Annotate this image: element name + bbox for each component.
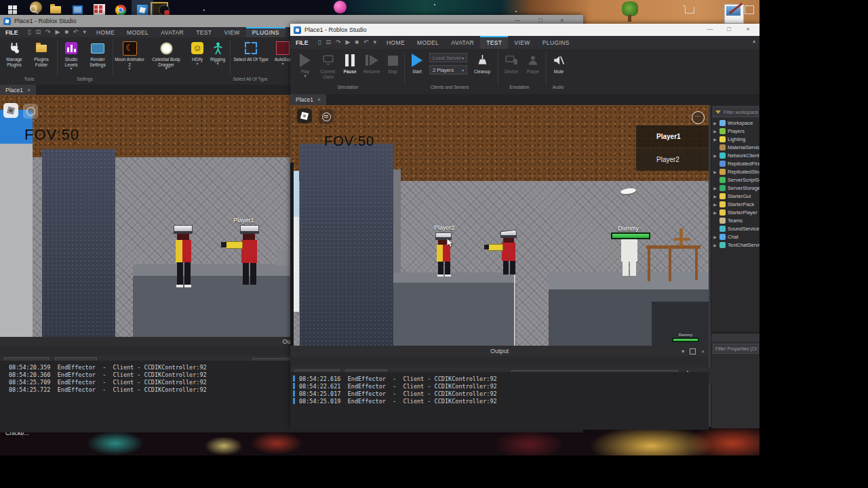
players-count-dropdown[interactable]: 2 Players▾	[429, 65, 467, 75]
roblox-menu-button[interactable]	[3, 103, 18, 118]
close-tab-icon[interactable]: ×	[317, 96, 321, 103]
tree-item-serverscriptservice[interactable]: ServerScriptService	[711, 176, 760, 184]
button-label: Celestial Body Dragger	[146, 57, 186, 67]
workspace-icon	[719, 120, 726, 126]
roblox-menu-button[interactable]	[297, 108, 312, 123]
close-panel-icon[interactable]: ×	[701, 348, 705, 354]
tree-item-startergui[interactable]: ▶StarterGui	[711, 192, 760, 200]
tab-test[interactable]: TEST	[190, 27, 218, 37]
float-panel-icon[interactable]	[690, 348, 696, 354]
tree-item-teams[interactable]: Teams	[711, 216, 760, 224]
tab-test[interactable]: TEST	[480, 36, 508, 49]
studio-levels-button[interactable]: Studio Levels ▾	[59, 39, 83, 70]
front-output-log[interactable]: 08:54:22.616 EndEffector - Client - CCDI…	[290, 372, 709, 430]
desktop-icon-painting[interactable]	[724, 4, 744, 24]
server-type-dropdown[interactable]: Local Server▾	[429, 53, 467, 62]
open-file-icon[interactable]: ⊡	[35, 29, 41, 35]
network-icon[interactable]	[685, 7, 694, 14]
play-icon[interactable]: ▶	[345, 39, 350, 45]
tab-plugins[interactable]: PLUGINS	[536, 36, 576, 49]
desktop-icon-tree[interactable]	[621, 1, 639, 22]
resume-button[interactable]: Resume	[361, 52, 382, 75]
file-menu[interactable]: FILE	[290, 36, 313, 49]
mute-button[interactable]: Mute	[549, 52, 569, 75]
render-settings-button[interactable]: Render Settings	[85, 39, 111, 67]
celestial-body-dragger-button[interactable]: Celestial Body Dragger ▾	[146, 39, 186, 70]
tree-item-textchatservice[interactable]: ▶TextChatService	[711, 241, 760, 249]
tab-home[interactable]: HOME	[90, 27, 121, 37]
current-client-button[interactable]: Current:Client	[317, 52, 339, 79]
tree-item-starterplayer[interactable]: ▶StarterPlayer	[711, 208, 760, 216]
doc-tab-place1[interactable]: Place1 ×	[0, 85, 36, 95]
play-icon	[300, 52, 311, 69]
tree-item-replicatedstorage[interactable]: ▶ReplicatedStorage	[711, 167, 760, 176]
rigging-button[interactable]: Rigging ▾	[208, 39, 228, 66]
pause-icon	[344, 52, 356, 69]
manage-plugins-button[interactable]: Manage Plugins	[1, 39, 27, 67]
front-output-titlebar[interactable]: Output ▾ ×	[290, 346, 709, 357]
tree-item-lighting[interactable]: ▶Lighting	[711, 135, 760, 143]
tab-plugins[interactable]: PLUGINS	[246, 27, 285, 37]
front-titlebar[interactable]: Place1 - Roblox Studio — □ ×	[290, 24, 760, 36]
play-icon[interactable]: ▶	[55, 29, 60, 35]
action-center-icon[interactable]	[745, 5, 754, 14]
tab-view[interactable]: VIEW	[218, 27, 245, 37]
star	[515, 11, 517, 12]
undo-icon[interactable]: ↶	[73, 29, 79, 35]
script-toggle-button[interactable]	[23, 104, 38, 119]
tab-avatar[interactable]: AVATAR	[445, 36, 480, 49]
new-file-icon[interactable]: ▯	[27, 29, 31, 35]
tree-item-workspace[interactable]: ▶Workspace	[711, 119, 760, 127]
tree-item-chat[interactable]: ▶Chat	[711, 232, 760, 241]
chevron-down-icon[interactable]: ▾	[83, 29, 86, 35]
tree-item-replicatedfirst[interactable]: ReplicatedFirst	[711, 159, 760, 167]
maximize-button[interactable]: □	[722, 25, 736, 34]
tab-avatar[interactable]: AVATAR	[155, 27, 190, 37]
redo-icon[interactable]: ↷	[45, 29, 51, 35]
minimize-button[interactable]: —	[703, 25, 717, 34]
close-tab-icon[interactable]: ×	[27, 87, 31, 94]
chevron-down-icon[interactable]: ▾	[682, 348, 684, 354]
script-toggle-button[interactable]	[319, 109, 334, 124]
redo-icon[interactable]: ↷	[336, 39, 341, 45]
tree-item-starterpack[interactable]: ▶StarterPack	[711, 200, 760, 208]
plugins-folder-button[interactable]: Plugins Folder	[28, 39, 54, 67]
roblox-more-menu-button[interactable]: ···	[692, 111, 705, 124]
explorer-panel: Filter workspace ▶Workspace ▶Players ▶Li…	[711, 105, 760, 332]
new-file-icon[interactable]: ▯	[317, 39, 321, 45]
stop-icon[interactable]: ■	[355, 39, 358, 45]
tab-model[interactable]: MODEL	[411, 36, 445, 49]
collapse-ribbon-icon[interactable]: ▴	[753, 38, 755, 44]
device-button[interactable]: Device	[501, 52, 521, 75]
file-menu[interactable]: FILE	[0, 27, 23, 37]
stop-icon[interactable]: ■	[64, 29, 68, 35]
stop-button[interactable]: Stop	[384, 52, 401, 75]
tree-item-serverstorage[interactable]: ▶ServerStorage	[711, 184, 760, 192]
close-button[interactable]: ×	[741, 25, 755, 34]
doc-tab-place1[interactable]: Place1 ×	[290, 94, 326, 105]
play-button[interactable]: Play ▾	[294, 52, 316, 78]
chevron-down-icon[interactable]: ▾	[373, 39, 376, 45]
tree-item-soundservice[interactable]: SoundService	[711, 224, 760, 232]
start-button[interactable]: Start	[408, 52, 427, 75]
cleanup-button[interactable]: Cleanup	[471, 52, 494, 75]
hdify-button[interactable]: ☺ HDify ▾	[189, 39, 206, 66]
undo-icon[interactable]: ↶	[363, 39, 369, 45]
explorer-filter-input[interactable]: Filter workspace	[713, 106, 759, 117]
moon-animator-button[interactable]: ☾ Moon Animator 2 ▾	[115, 39, 144, 70]
pause-button[interactable]: Pause	[340, 52, 359, 75]
leaderboard[interactable]: Player1 Player2	[636, 125, 709, 171]
front-viewport[interactable]: Dummy Player2	[290, 105, 709, 346]
open-file-icon[interactable]: ⊡	[326, 39, 331, 45]
desktop-icon-messenger[interactable]	[334, 1, 347, 14]
properties-filter-input[interactable]: Filter Properties (Ct	[713, 344, 759, 354]
tree-item-materialservice[interactable]: MaterialService	[711, 143, 760, 151]
tab-home[interactable]: HOME	[380, 36, 411, 49]
player-button[interactable]: Player	[523, 52, 543, 75]
tree-item-networkclient[interactable]: ▶NetworkClient	[711, 151, 760, 159]
speaker-mute-icon	[553, 52, 565, 69]
tab-view[interactable]: VIEW	[508, 36, 536, 49]
tab-model[interactable]: MODEL	[121, 27, 155, 37]
tree-item-players[interactable]: ▶Players	[711, 127, 760, 135]
select-all-of-type-button[interactable]: Select All Of Type	[232, 39, 270, 62]
